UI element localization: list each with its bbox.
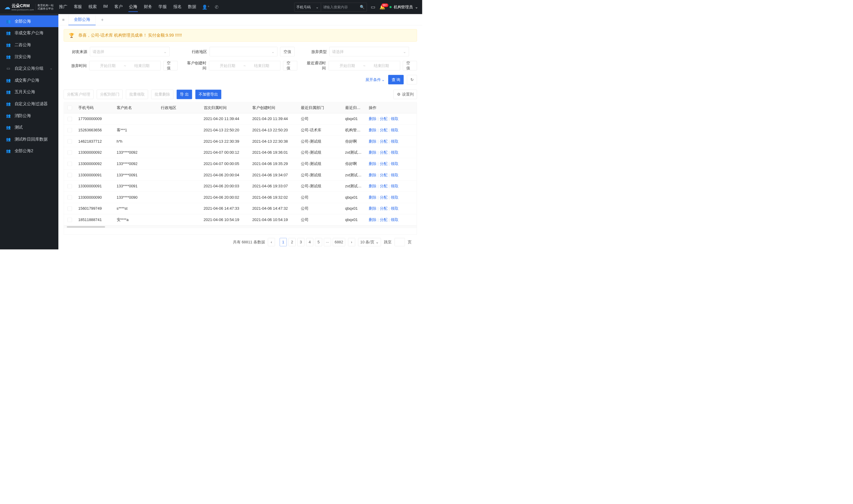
- page-prev[interactable]: ‹: [268, 238, 275, 246]
- horizontal-scrollbar[interactable]: [64, 226, 417, 228]
- row-claim-link[interactable]: 领取: [391, 128, 399, 132]
- batch-delete-button[interactable]: 批量删除: [151, 90, 173, 99]
- nav-item[interactable]: 数据: [187, 2, 197, 12]
- sidebar-item[interactable]: 👥非成交客户公海: [0, 27, 58, 39]
- row-checkbox[interactable]: [68, 117, 72, 121]
- abandon-time-empty-button[interactable]: 空值: [163, 61, 178, 70]
- page-number[interactable]: 2: [289, 238, 296, 246]
- nav-item[interactable]: 线索: [88, 2, 97, 12]
- export-raw-button[interactable]: 不加密导出: [195, 90, 221, 99]
- row-assign-link[interactable]: 分配: [380, 128, 387, 132]
- row-checkbox[interactable]: [68, 150, 72, 155]
- sidebar-item[interactable]: 👥消防公海: [0, 110, 58, 122]
- search-type-select[interactable]: 手机号码 ⌄: [294, 3, 321, 11]
- sidebar-item[interactable]: 👥全部公海: [0, 15, 58, 27]
- page-number[interactable]: 5: [315, 238, 322, 246]
- row-assign-link[interactable]: 分配: [380, 139, 387, 144]
- row-assign-link[interactable]: 分配: [380, 173, 387, 177]
- row-claim-link[interactable]: 领取: [391, 139, 399, 144]
- sidebar-item[interactable]: 👥全部公海2: [0, 145, 58, 157]
- sidebar-item[interactable]: 👥测试昨日回库数据: [0, 133, 58, 145]
- batch-claim-button[interactable]: 批量领取: [126, 90, 148, 99]
- phone-icon[interactable]: ✆: [215, 4, 218, 10]
- nav-item[interactable]: IM: [103, 2, 108, 12]
- sidebar-item[interactable]: ▭自定义公海分组⌄: [0, 62, 58, 74]
- nav-item[interactable]: 推广: [58, 2, 68, 12]
- row-assign-link[interactable]: 分配: [380, 117, 387, 121]
- row-delete-link[interactable]: 删除: [369, 195, 377, 200]
- page-next[interactable]: ›: [348, 238, 355, 246]
- nav-item[interactable]: 公海: [128, 2, 138, 12]
- tabs-toggle-icon[interactable]: ≡: [58, 14, 69, 25]
- select-all-checkbox[interactable]: [68, 105, 72, 110]
- sidebar-item[interactable]: 👥测试: [0, 122, 58, 133]
- user-menu[interactable]: 机构管理员 ⌄: [389, 4, 418, 10]
- row-claim-link[interactable]: 领取: [391, 217, 399, 222]
- page-number[interactable]: 3: [297, 238, 304, 246]
- refresh-button[interactable]: ↻: [407, 75, 417, 84]
- nav-item[interactable]: 报名: [173, 2, 182, 12]
- row-claim-link[interactable]: 领取: [391, 150, 399, 155]
- create-time-range[interactable]: 开始日期~结束日期: [209, 61, 280, 70]
- page-number[interactable]: 6882: [333, 238, 345, 246]
- expand-filters-link[interactable]: 展开条件⌄: [365, 77, 385, 82]
- abandon-time-range[interactable]: 开始日期~结束日期: [89, 61, 161, 70]
- last-call-range[interactable]: 开始日期~结束日期: [328, 61, 400, 70]
- row-delete-link[interactable]: 删除: [369, 173, 377, 177]
- row-claim-link[interactable]: 领取: [391, 173, 399, 177]
- sidebar-item[interactable]: 👥自定义公海过滤器: [0, 98, 58, 110]
- sidebar-item[interactable]: 👥二咨公海: [0, 39, 58, 51]
- assign-manager-button[interactable]: 分配客户经理: [64, 90, 93, 99]
- row-claim-link[interactable]: 领取: [391, 195, 399, 200]
- region-select[interactable]: ⌄: [210, 47, 277, 56]
- logo[interactable]: ☁ 云朵CRM www.yunduocrm.com: [4, 3, 34, 11]
- row-claim-link[interactable]: 领取: [391, 184, 399, 188]
- abandon-type-select[interactable]: 请选择⌄: [329, 47, 409, 56]
- row-assign-link[interactable]: 分配: [380, 206, 387, 211]
- export-button[interactable]: 导 出: [177, 90, 192, 99]
- nav-item[interactable]: 财务: [143, 2, 153, 12]
- sidebar-item[interactable]: 👥成交客户公海: [0, 74, 58, 86]
- set-columns-button[interactable]: ⚙ 设置列: [394, 90, 417, 99]
- row-delete-link[interactable]: 删除: [369, 117, 377, 121]
- row-claim-link[interactable]: 领取: [391, 161, 399, 166]
- row-delete-link[interactable]: 删除: [369, 217, 377, 222]
- tablet-icon[interactable]: ▭: [371, 4, 375, 10]
- row-checkbox[interactable]: [68, 173, 72, 177]
- assign-dept-button[interactable]: 分配到部门: [97, 90, 123, 99]
- tab-add-button[interactable]: ＋: [96, 17, 109, 23]
- query-button[interactable]: 查 询: [388, 75, 403, 84]
- add-user-icon[interactable]: 👤⁺: [202, 4, 210, 10]
- page-number[interactable]: 4: [306, 238, 313, 246]
- row-delete-link[interactable]: 删除: [369, 206, 377, 211]
- row-assign-link[interactable]: 分配: [380, 217, 387, 222]
- page-number[interactable]: ···: [324, 238, 331, 246]
- row-claim-link[interactable]: 领取: [391, 117, 399, 121]
- row-assign-link[interactable]: 分配: [380, 150, 387, 155]
- page-size-select[interactable]: 10 条/页⌄: [358, 238, 381, 246]
- region-empty-button[interactable]: 空值: [280, 47, 295, 56]
- nav-item[interactable]: 学服: [158, 2, 167, 12]
- scrollbar-thumb[interactable]: [67, 226, 105, 228]
- page-jump-input[interactable]: [395, 238, 405, 246]
- row-checkbox[interactable]: [68, 206, 72, 211]
- row-claim-link[interactable]: 领取: [391, 206, 399, 211]
- search-input[interactable]: [321, 3, 358, 11]
- row-checkbox[interactable]: [68, 195, 72, 200]
- sidebar-item[interactable]: 👥注安公海: [0, 51, 58, 62]
- row-checkbox[interactable]: [68, 217, 72, 222]
- row-checkbox[interactable]: [68, 128, 72, 132]
- tab-all-public[interactable]: 全部公海: [69, 14, 96, 25]
- row-assign-link[interactable]: 分配: [380, 184, 387, 188]
- search-button[interactable]: 🔍: [358, 3, 367, 11]
- notifications-icon[interactable]: 🔔 99+: [379, 4, 385, 10]
- page-number[interactable]: 1: [280, 238, 287, 246]
- row-delete-link[interactable]: 删除: [369, 184, 377, 188]
- friend-source-select[interactable]: 请选择⌄: [90, 47, 169, 56]
- row-assign-link[interactable]: 分配: [380, 161, 387, 166]
- row-delete-link[interactable]: 删除: [369, 139, 377, 144]
- row-checkbox[interactable]: [68, 184, 72, 188]
- nav-item[interactable]: 客户: [114, 2, 123, 12]
- row-checkbox[interactable]: [68, 161, 72, 166]
- row-delete-link[interactable]: 删除: [369, 150, 377, 155]
